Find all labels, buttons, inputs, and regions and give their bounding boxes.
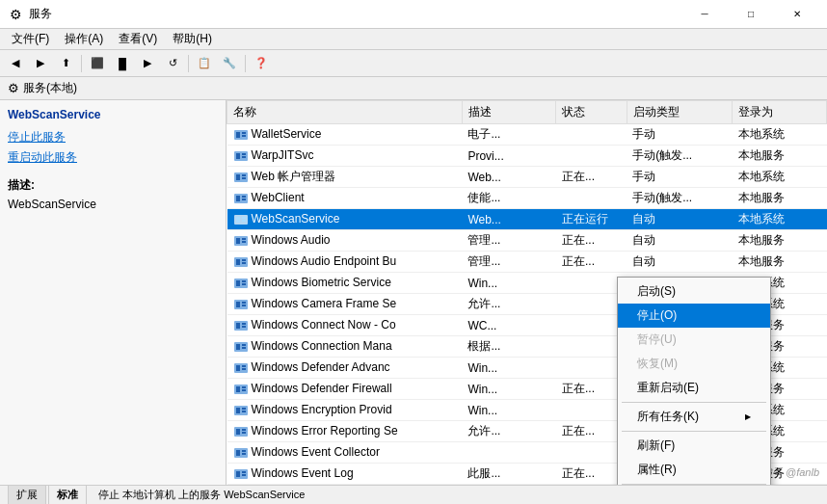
cell-desc: 管理... [462,230,556,252]
col-header-login[interactable]: 登录为 [733,101,827,124]
service-icon [233,360,249,376]
svg-rect-57 [236,429,240,435]
svg-rect-27 [242,262,246,264]
cell-name: WarpJITSvc [227,146,463,167]
table-row[interactable]: Windows Audio Endpoint Bu 管理... 正在... 自动… [227,252,827,273]
cell-status: 正在运行 [556,209,627,230]
cell-name: Windows Error Reporting Se [227,421,463,442]
col-header-status[interactable]: 状态 [556,101,627,124]
col-header-startup[interactable]: 启动类型 [627,101,733,124]
menu-help[interactable]: 帮助(H) [165,29,220,49]
table-row[interactable]: WalletService 电子... 手动 本地系统 [227,124,827,146]
svg-rect-9 [236,174,240,180]
close-button[interactable]: ✕ [775,0,819,29]
cell-login: 本地系统 [733,209,827,230]
restart-service-link[interactable]: 重启动此服务 [8,149,218,166]
menu-file[interactable]: 文件(F) [4,29,57,49]
breadcrumb-bar: ⚙ 服务(本地) [0,77,827,100]
toolbar-properties[interactable]: 🔧 [218,53,241,74]
service-icon [233,127,249,143]
svg-rect-18 [242,217,246,219]
svg-rect-55 [242,411,246,412]
maximize-button[interactable]: □ [729,0,773,29]
cell-startup: 手动(触发... [627,146,733,167]
tab-standard[interactable]: 标准 [48,485,87,504]
svg-rect-1 [236,132,240,138]
cell-name: Web 帐户管理器 [227,167,463,188]
context-menu: 启动(S)停止(O)暂停(U)恢复(M)重新启动(E)所有任务(K)▶刷新(F)… [617,277,771,485]
context-menu-item-label: 所有任务(K) [637,409,699,425]
stop-service-link[interactable]: 停止此服务 [8,129,218,146]
svg-rect-3 [242,135,246,137]
cell-startup: 手动 [627,124,733,146]
context-menu-item-label: 恢复(M) [637,356,678,372]
cell-startup: 自动 [627,209,733,230]
toolbar-pause[interactable]: ▐▌ [111,53,134,74]
minimize-button[interactable]: ─ [682,0,727,29]
cell-startup: 自动 [627,252,733,273]
svg-rect-33 [236,302,240,307]
table-row[interactable]: Web 帐户管理器 Web... 正在... 手动 本地系统 [227,167,827,188]
toolbar-up[interactable]: ⬆ [54,53,77,74]
status-bar: 扩展 标准 停止 本地计算机 上的服务 WebScanService [0,485,827,504]
toolbar-start[interactable]: ▶ [136,53,159,74]
cell-desc: Win... [462,273,556,294]
svg-rect-45 [236,365,240,371]
svg-rect-58 [242,429,246,431]
svg-rect-62 [242,450,246,452]
service-icon [233,339,249,355]
context-menu-item: 暂停(U) [618,328,770,352]
tab-extend[interactable]: 扩展 [8,485,46,504]
menu-view[interactable]: 查看(V) [111,29,165,49]
toolbar-restart[interactable]: ↺ [161,53,184,74]
menu-action[interactable]: 操作(A) [57,29,111,49]
svg-rect-41 [236,344,240,350]
toolbar-stop[interactable]: ⬛ [86,53,109,74]
menu-bar: 文件(F) 操作(A) 查看(V) 帮助(H) [0,29,827,50]
toolbar-back[interactable]: ◀ [4,53,27,74]
table-row[interactable]: Windows Audio 管理... 正在... 自动 本地服务 [227,230,827,252]
cell-name: Windows Defender Advanc [227,358,463,379]
context-menu-item[interactable]: 刷新(F) [618,434,770,458]
cell-desc: 电子... [462,124,556,146]
context-menu-item[interactable]: 属性(R) [618,458,770,482]
svg-rect-53 [236,408,240,413]
toolbar-show-hide[interactable]: 📋 [193,53,216,74]
table-row[interactable]: WarpJITSvc Provi... 手动(触发... 本地服务 [227,146,827,167]
app-icon: ⚙ [8,7,23,22]
svg-rect-54 [242,408,246,410]
table-row[interactable]: WebScanService Web... 正在运行 自动 本地系统 [227,209,827,230]
cell-name: Windows Connect Now - Co [227,315,463,336]
col-header-desc[interactable]: 描述 [462,101,556,124]
selected-service-name: WebScanService [8,108,218,121]
toolbar-help[interactable]: ❓ [250,53,273,74]
context-menu-item[interactable]: 停止(O) [618,304,770,328]
context-menu-item-label: 启动(S) [637,283,676,300]
service-icon [233,382,249,397]
cell-name: Windows Event Log [227,464,463,485]
svg-rect-7 [242,156,246,158]
table-row[interactable]: WebClient 使能... 手动(触发... 本地服务 [227,188,827,209]
submenu-arrow-icon: ▶ [745,412,751,421]
cell-name: Windows Event Collector [227,442,463,464]
cell-login: 本地系统 [733,124,827,146]
service-icon [233,297,249,312]
svg-rect-19 [242,220,246,222]
cell-desc: Win... [462,400,556,421]
toolbar-forward[interactable]: ▶ [29,53,52,74]
cell-name: WalletService [227,124,463,146]
svg-rect-38 [242,323,246,325]
context-menu-item-label: 重新启动(E) [637,380,699,396]
status-tabs: 扩展 标准 [8,487,89,504]
window-controls: ─ □ ✕ [682,0,819,29]
col-header-name[interactable]: 名称 [227,101,463,124]
context-menu-item[interactable]: 所有任务(K)▶ [618,405,770,429]
left-panel: WebScanService 停止此服务 重启动此服务 描述: WebScanS… [0,100,227,485]
context-menu-item[interactable]: 启动(S) [618,279,770,304]
service-icon [233,403,249,418]
svg-rect-29 [236,280,240,286]
title-bar: ⚙ 服务 ─ □ ✕ [0,0,827,29]
context-menu-item-label: 属性(R) [637,462,677,478]
context-menu-item[interactable]: 重新启动(E) [618,376,770,400]
context-menu-item-label: 刷新(F) [637,438,675,454]
